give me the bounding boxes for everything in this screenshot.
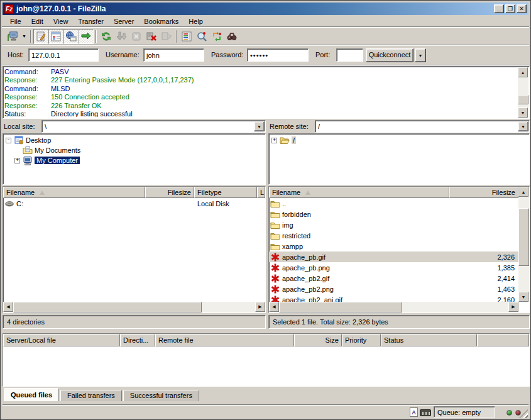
quickconnect-button[interactable]: Quickconnect — [366, 48, 413, 62]
port-input[interactable] — [336, 48, 363, 62]
column-header-size[interactable]: Size — [294, 334, 342, 346]
remote-file-row[interactable]: xampp — [269, 241, 518, 251]
remote-file-row[interactable]: apache_pb2.gif2,414 — [269, 273, 518, 284]
tab-queued-files[interactable]: Queued files — [4, 388, 59, 401]
minimize-button[interactable]: _ — [494, 4, 504, 13]
menu-server[interactable]: Server — [109, 16, 139, 26]
tab-successful-transfers[interactable]: Successful transfers — [123, 390, 199, 401]
menu-transfer[interactable]: Transfer — [73, 16, 109, 26]
tree-item-my-documents[interactable]: My Documents — [3, 145, 265, 155]
menu-bookmarks[interactable]: Bookmarks — [139, 16, 183, 26]
tree-item-my-computer[interactable]: + My Computer — [3, 155, 265, 165]
site-manager-dropdown-button[interactable]: ▼ — [20, 29, 28, 44]
menu-help[interactable]: Help — [183, 16, 208, 26]
scroll-down-icon[interactable]: ▼ — [518, 108, 528, 118]
title-bar[interactable]: Fz john@127.0.0.1 - FileZilla _ ❐ ✕ — [3, 3, 528, 15]
tab-failed-transfers[interactable]: Failed transfers — [60, 390, 122, 401]
column-header-filename[interactable]: Filename — [3, 187, 145, 198]
remote-file-row[interactable]: forbidden — [269, 209, 518, 219]
scroll-down-icon[interactable]: ▼ — [518, 292, 528, 302]
scrollbar-thumb[interactable] — [518, 95, 528, 104]
column-header-filetype[interactable]: Filetype — [194, 187, 257, 198]
message-log-scrollbar[interactable]: ▲ ▼ — [518, 67, 528, 118]
column-header-direction[interactable]: Directi... — [120, 334, 155, 346]
scroll-left-icon[interactable]: ◀ — [3, 302, 13, 312]
expand-icon[interactable]: + — [271, 138, 277, 143]
tree-item-label[interactable]: / — [292, 136, 296, 144]
column-header-last-modified[interactable]: L — [257, 187, 265, 198]
refresh-button[interactable] — [99, 29, 114, 44]
scroll-right-icon[interactable]: ▶ — [255, 302, 265, 312]
disconnect-button[interactable] — [144, 29, 159, 44]
maximize-button[interactable]: ❐ — [505, 4, 515, 13]
remote-file-row[interactable]: restricted — [269, 230, 518, 241]
local-horizontal-scrollbar[interactable]: ◀ ▶ — [3, 302, 265, 312]
toggle-local-tree-button[interactable] — [48, 29, 63, 44]
synchronized-browsing-button[interactable] — [209, 29, 224, 44]
scroll-left-icon[interactable]: ◀ — [269, 302, 279, 312]
scroll-up-icon[interactable]: ▲ — [518, 67, 528, 77]
remote-file-row[interactable]: apache_pb2.png1,463 — [269, 284, 518, 294]
column-header-remote-file[interactable]: Remote file — [155, 334, 294, 346]
tree-item-desktop[interactable]: - Desktop — [3, 135, 265, 145]
remote-site-value[interactable]: / — [315, 123, 518, 130]
directory-comparison-button[interactable] — [194, 29, 209, 44]
local-site-combobox[interactable]: \ ▼ — [41, 120, 266, 133]
column-header-server-local-file[interactable]: Server/Local file — [3, 334, 120, 346]
remote-file-row[interactable]: img — [269, 219, 518, 230]
toggle-remote-tree-button[interactable] — [63, 29, 79, 44]
chevron-down-icon[interactable]: ▼ — [254, 121, 265, 131]
scrollbar-thumb[interactable] — [279, 302, 402, 312]
host-input[interactable] — [28, 48, 99, 62]
column-header-priority[interactable]: Priority — [342, 334, 381, 346]
reconnect-button[interactable] — [159, 29, 174, 44]
menu-view[interactable]: View — [48, 16, 74, 26]
toggle-transfer-queue-button[interactable] — [79, 29, 94, 44]
tree-item-label[interactable]: My Documents — [35, 146, 80, 154]
cancel-operation-button[interactable] — [129, 29, 144, 44]
remote-file-row[interactable]: apache_pb.png1,385 — [269, 262, 518, 273]
remote-tree-icon — [65, 31, 77, 42]
local-site-value[interactable]: \ — [42, 123, 254, 130]
menu-file[interactable]: File — [5, 16, 26, 26]
local-file-row[interactable]: C: Local Disk — [3, 198, 265, 209]
column-header-filler — [477, 334, 529, 346]
chevron-down-icon[interactable]: ▼ — [518, 121, 528, 131]
column-header-filesize[interactable]: Filesize — [145, 187, 194, 198]
directory-comparison-icon — [196, 31, 207, 42]
scroll-up-icon[interactable]: ▲ — [518, 187, 528, 197]
remote-site-label: Remote site: — [270, 123, 309, 130]
expand-icon[interactable]: + — [14, 158, 20, 163]
remote-site-combobox[interactable]: / ▼ — [315, 120, 530, 133]
queue-header: Server/Local file Directi... Remote file… — [3, 334, 529, 346]
queue-status-field: Queue: empty — [434, 406, 495, 417]
log-line: Response:227 Entering Passive Mode (127,… — [4, 76, 517, 84]
remote-file-row[interactable]: apache_pb2_ani.gif2,160 — [269, 294, 518, 302]
scroll-right-icon[interactable]: ▶ — [508, 302, 518, 312]
folder-icon — [270, 209, 280, 219]
quickconnect-dropdown-button[interactable]: ▼ — [415, 48, 426, 62]
column-header-status[interactable]: Status — [381, 334, 477, 346]
column-header-filename[interactable]: Filename — [269, 187, 449, 198]
remote-file-row-selected[interactable]: apache_pb.gif2,326 — [269, 251, 518, 262]
tree-item-label[interactable]: My Computer — [35, 157, 80, 164]
filter-button[interactable] — [179, 29, 194, 44]
remote-file-row[interactable]: .. — [269, 198, 518, 209]
scrollbar-thumb[interactable] — [13, 302, 202, 312]
tree-item-label[interactable]: Desktop — [26, 136, 51, 144]
password-input[interactable] — [247, 48, 309, 62]
remote-vertical-scrollbar[interactable]: ▲ ▼ — [518, 187, 529, 302]
process-queue-button[interactable] — [114, 29, 129, 44]
column-header-filesize[interactable]: Filesize — [449, 187, 518, 198]
remote-horizontal-scrollbar[interactable]: ◀ ▶ — [269, 302, 518, 312]
menu-edit[interactable]: Edit — [26, 16, 48, 26]
username-input[interactable] — [143, 48, 204, 62]
tree-item-root[interactable]: + / — [269, 135, 529, 145]
find-files-button[interactable] — [224, 29, 239, 44]
collapse-icon[interactable]: - — [6, 138, 11, 143]
close-button[interactable]: ✕ — [517, 4, 527, 13]
file-name: .. — [282, 200, 458, 207]
scrollbar-thumb[interactable] — [518, 208, 529, 266]
site-manager-button[interactable] — [5, 29, 20, 44]
toggle-message-log-button[interactable] — [33, 29, 48, 44]
